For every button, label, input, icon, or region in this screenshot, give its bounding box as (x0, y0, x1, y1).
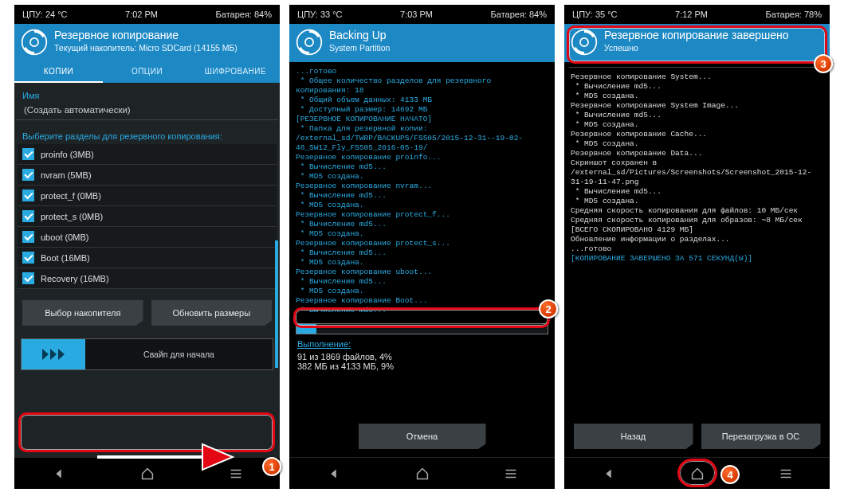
partition-row[interactable]: protect_s (0MB) (18, 206, 277, 227)
status-battery: Батарея: 84% (216, 10, 272, 19)
partitions-label: Выберите разделы для резервного копирова… (14, 123, 280, 143)
scrollbar[interactable] (275, 240, 278, 368)
partition-label: Boot (16MB) (41, 253, 90, 263)
partition-label: protect_f (0MB) (41, 191, 101, 201)
status-time: 7:02 PM (125, 10, 158, 19)
partition-label: proinfo (3MB) (41, 150, 94, 159)
panel-backup-complete: ЦПУ: 35 °C 7:12 PM Батарея: 78% Резервно… (564, 5, 830, 489)
twrp-logo-icon (571, 29, 598, 56)
twrp-logo-icon (296, 29, 323, 56)
partition-label: uboot (0MB) (41, 232, 89, 242)
header-title: Backing Up (329, 29, 390, 41)
stats-size: 382 МБ из 4133 МБ, 9% (297, 361, 547, 371)
partition-row[interactable]: uboot (0MB) (18, 227, 277, 248)
checkbox-icon[interactable] (22, 148, 34, 160)
nav-bar (289, 457, 555, 489)
progress-stats: Выполнение: 91 из 1869 файлов, 4% 382 МБ… (289, 339, 555, 371)
header-title: Резервное копирование завершено (604, 29, 789, 41)
backup-log: Резервное копирование System... * Вычисл… (564, 68, 830, 268)
body: ...готово * Общее количество разделов дл… (289, 62, 555, 457)
status-battery: Батарея: 84% (491, 10, 547, 19)
cancel-button[interactable]: Отмена (359, 424, 486, 449)
nav-menu-icon[interactable] (777, 465, 795, 483)
checkbox-icon[interactable] (22, 272, 34, 284)
panel-backup-setup: ЦПУ: 24 °C 7:02 PM Батарея: 84% Резервно… (14, 5, 280, 489)
status-cpu: ЦПУ: 35 °C (572, 10, 618, 19)
reboot-os-button[interactable]: Перезагрузка в ОС (701, 424, 821, 449)
partition-label: nvram (5MB) (41, 170, 92, 180)
progress-bar (296, 323, 548, 334)
svg-point-5 (580, 38, 588, 46)
backup-name-input[interactable]: (Создать автоматически) (16, 102, 278, 120)
partition-row[interactable]: proinfo (3MB) (18, 144, 277, 165)
status-cpu: ЦПУ: 24 °C (22, 10, 68, 19)
nav-bar (564, 457, 830, 489)
tab-encryption[interactable]: ШИФРОВАНИЕ (191, 62, 280, 83)
partition-row[interactable]: protect_f (0MB) (18, 186, 277, 206)
nav-menu-icon[interactable] (227, 465, 245, 483)
nav-home-icon[interactable] (414, 465, 431, 483)
partition-row[interactable]: nvram (5MB) (18, 165, 277, 186)
partition-row[interactable]: Recovery (16MB) (18, 268, 277, 289)
panel-backup-progress: ЦПУ: 33 °C 7:03 PM Батарея: 84% Backing … (289, 5, 555, 489)
body: Резервное копирование System... * Вычисл… (564, 62, 830, 457)
svg-point-3 (305, 38, 313, 46)
partition-label: Recovery (16MB) (41, 274, 109, 283)
checkbox-icon[interactable] (22, 231, 34, 243)
header: Резервное копирование Текущий накопитель… (14, 24, 280, 62)
backup-log: ...готово * Общее количество разделов дл… (289, 62, 555, 320)
tab-copies[interactable]: КОПИИ (14, 62, 103, 83)
checkbox-icon[interactable] (22, 210, 34, 222)
checkbox-icon[interactable] (22, 189, 34, 201)
swipe-thumb[interactable] (22, 339, 85, 369)
checkbox-icon[interactable] (22, 252, 34, 264)
name-label: Имя (14, 83, 280, 102)
tab-bar: КОПИИ ОПЦИИ ШИФРОВАНИЕ (14, 62, 280, 83)
nav-back-icon[interactable] (325, 465, 343, 483)
header-subtitle: Текущий накопитель: Micro SDCard (14155 … (54, 43, 238, 53)
nav-home-icon[interactable] (139, 465, 156, 483)
status-battery: Батарея: 78% (766, 10, 822, 19)
header: Резервное копирование завершено Успешно (564, 24, 830, 62)
swipe-label: Свайп для начала (85, 350, 273, 359)
swipe-to-start[interactable]: Свайп для начала (21, 338, 273, 370)
header-title: Резервное копирование (54, 29, 238, 41)
svg-point-1 (30, 38, 38, 46)
progress-fill (296, 324, 316, 334)
nav-back-icon[interactable] (600, 465, 618, 483)
partition-row[interactable]: Boot (16MB) (18, 248, 277, 268)
checkbox-icon[interactable] (22, 169, 34, 181)
tab-options[interactable]: ОПЦИИ (103, 62, 191, 83)
twrp-logo-icon (21, 29, 48, 56)
stats-files: 91 из 1869 файлов, 4% (297, 352, 547, 361)
status-bar: ЦПУ: 24 °C 7:02 PM Батарея: 84% (14, 5, 280, 24)
nav-home-icon[interactable] (689, 465, 706, 483)
partition-label: protect_s (0MB) (41, 212, 103, 221)
status-cpu: ЦПУ: 33 °C (297, 10, 343, 19)
status-time: 7:03 PM (400, 10, 433, 19)
back-button[interactable]: Назад (574, 424, 693, 449)
nav-bar (14, 457, 280, 489)
refresh-sizes-button[interactable]: Обновить размеры (151, 300, 273, 326)
header: Backing Up System Partition (289, 24, 555, 62)
partition-list[interactable]: proinfo (3MB)nvram (5MB)protect_f (0MB)p… (18, 144, 277, 289)
stats-label: Выполнение: (297, 339, 547, 349)
body: Имя (Создать автоматически) Выберите раз… (14, 83, 280, 457)
status-time: 7:12 PM (675, 10, 708, 19)
nav-menu-icon[interactable] (502, 465, 520, 483)
header-subtitle: Успешно (604, 43, 789, 53)
status-bar: ЦПУ: 35 °C 7:12 PM Батарея: 78% (564, 5, 830, 24)
header-subtitle: System Partition (329, 43, 390, 53)
nav-back-icon[interactable] (50, 465, 68, 483)
status-bar: ЦПУ: 33 °C 7:03 PM Батарея: 84% (289, 5, 555, 24)
select-storage-button[interactable]: Выбор накопителя (22, 300, 143, 326)
